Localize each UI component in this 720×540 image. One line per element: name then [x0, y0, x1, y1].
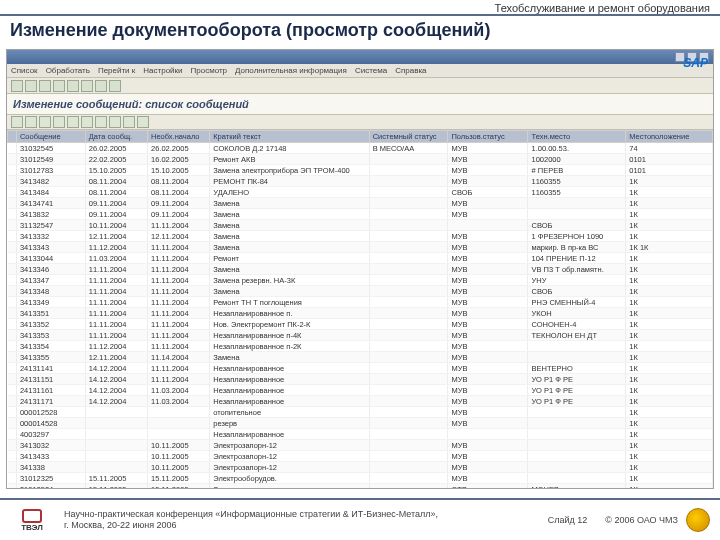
cell: МУВ	[448, 473, 528, 484]
table-row[interactable]: 341335311.11.200411.11.2004Незапланирова…	[8, 330, 713, 341]
table-row[interactable]: 3413474109.11.200409.11.2004ЗаменаМУВ1К	[8, 198, 713, 209]
table-row[interactable]: 341334611.11.200411.11.2004ЗаменаМУВVB П…	[8, 264, 713, 275]
cell	[528, 462, 626, 473]
table-row[interactable]: 341383209.11.200409.11.2004ЗаменаМУВ1К	[8, 209, 713, 220]
table-row[interactable]: 341335111.11.200411.11.2004Незапланирова…	[8, 308, 713, 319]
table-row[interactable]: 341335512.11.200411.14.2004ЗаменаМУВ1К	[8, 352, 713, 363]
tb2-more-icon[interactable]	[137, 116, 149, 128]
table-row[interactable]: 3101278315.10.200515.10.2005Замена элект…	[8, 165, 713, 176]
col-header-8[interactable]: Местоположение	[626, 131, 713, 143]
tvel-logo-text: ТВЭЛ	[21, 523, 43, 532]
table-row[interactable]: 341334911.11.200411.11.2004Ремонт ТН Т п…	[8, 297, 713, 308]
cell: 104 ПРЕНИЕ П-12	[528, 253, 626, 264]
tb-help-icon[interactable]	[109, 80, 121, 92]
cell: 15.10.2005	[148, 165, 210, 176]
cell	[528, 451, 626, 462]
menu-item-3[interactable]: Настройки	[143, 66, 182, 75]
tb2-export-icon[interactable]	[95, 116, 107, 128]
cell: 11.11.2004	[85, 319, 147, 330]
col-header-4[interactable]: Краткий текст	[210, 131, 369, 143]
cell: СВОБ	[448, 187, 528, 198]
table-row[interactable]: 3113254710.11.200411.11.2004ЗаменаСВОБ1К	[8, 220, 713, 231]
tb2-detail-icon[interactable]	[25, 116, 37, 128]
table-row[interactable]: 341334811.11.200411.11.2004ЗаменаМУВСВОБ…	[8, 286, 713, 297]
cell: 10.11.2005	[148, 440, 210, 451]
col-header-7[interactable]: Техн.место	[528, 131, 626, 143]
grid-scroll[interactable]: СообщениеДата сообщ.Необх.началоКраткий …	[7, 130, 713, 488]
menu-item-5[interactable]: Дополнительная информация	[235, 66, 347, 75]
table-row[interactable]: 2413114114.12.200411.11.2004Незапланиров…	[8, 363, 713, 374]
table-row[interactable]: 000014528резервМУВ1К	[8, 418, 713, 429]
conference-info: Научно-практическая конференция «Информа…	[64, 509, 530, 531]
table-row[interactable]: 341348208.11.200408.11.2004РЕМОНТ ПК-84М…	[8, 176, 713, 187]
table-row[interactable]: 3101232515.11.200515.11.2005Электрообору…	[8, 473, 713, 484]
tb2-select-icon[interactable]	[11, 116, 23, 128]
tb2-chart-icon[interactable]	[123, 116, 135, 128]
table-row[interactable]: 3101252415.11.200515.11.2005Элемент. заг…	[8, 484, 713, 489]
cell: Электрозапорн-12	[210, 440, 369, 451]
table-row[interactable]: 341343310.11.2005Электрозапорн-12МУВ1К	[8, 451, 713, 462]
tb2-layout-icon[interactable]	[109, 116, 121, 128]
table-row[interactable]: 341348408.11.200408.11.2004УДАЛЕНОСВОБ11…	[8, 187, 713, 198]
cell	[8, 198, 17, 209]
table-row[interactable]: 000012528отопительноеМУВ1К	[8, 407, 713, 418]
table-row[interactable]: 2413117114.12.200411.03.2004Незапланиров…	[8, 396, 713, 407]
cell	[8, 209, 17, 220]
tb2-sum-icon[interactable]	[81, 116, 93, 128]
tb-back-icon[interactable]	[11, 80, 23, 92]
cell: 3413343	[16, 242, 85, 253]
menu-item-0[interactable]: Список	[11, 66, 38, 75]
menu-item-7[interactable]: Справка	[395, 66, 426, 75]
table-row[interactable]: 341333212.11.200412.11.2004ЗаменаМУВ1 ФР…	[8, 231, 713, 242]
grid-container: СообщениеДата сообщ.Необх.началоКраткий …	[7, 130, 713, 488]
table-row[interactable]: 3101254922.02.200516.02.2005Ремонт АКВМУ…	[8, 154, 713, 165]
tb2-sort-desc-icon[interactable]	[53, 116, 65, 128]
menu-item-2[interactable]: Перейти к	[98, 66, 135, 75]
cell	[369, 231, 448, 242]
cell: 26.02.2005	[148, 143, 210, 154]
cell: 08.11.2004	[148, 187, 210, 198]
tb-cancel-icon[interactable]	[95, 80, 107, 92]
cell	[369, 418, 448, 429]
tb-print-icon[interactable]	[39, 80, 51, 92]
col-header-2[interactable]: Дата сообщ.	[85, 131, 147, 143]
table-row[interactable]: 34133810.11.2005Электрозапорн-12МУВ1К	[8, 462, 713, 473]
table-row[interactable]: 341335211.11.200411.11.2004Нов. Электрор…	[8, 319, 713, 330]
tb-find-icon[interactable]	[53, 80, 65, 92]
cell	[528, 352, 626, 363]
cell	[85, 451, 147, 462]
table-row[interactable]: 3103254526.02.200526.02.2005СОКОЛОВ Д.2 …	[8, 143, 713, 154]
cell: МУВ	[448, 341, 528, 352]
tb-refresh-icon[interactable]	[81, 80, 93, 92]
cell: МУВ	[448, 264, 528, 275]
cell: Ремонт ТН Т поглощения	[210, 297, 369, 308]
table-row[interactable]: 2413115114.12.200411.11.2004Незапланиров…	[8, 374, 713, 385]
col-header-0[interactable]	[8, 131, 17, 143]
cell: 31012325	[16, 473, 85, 484]
cell: 24131161	[16, 385, 85, 396]
cell	[8, 407, 17, 418]
table-row[interactable]: 341303210.11.2005Электрозапорн-12МУВ1К	[8, 440, 713, 451]
cell: МУВ	[448, 363, 528, 374]
cell: Замена электроприбора ЭП ТРОМ-400	[210, 165, 369, 176]
tb-save-icon[interactable]	[25, 80, 37, 92]
table-row[interactable]: 4003297Незапланированное1К	[8, 429, 713, 440]
table-row[interactable]: 341334311.12.200411.11.2004ЗаменаМУВмарк…	[8, 242, 713, 253]
cell: 11.11.2004	[148, 297, 210, 308]
menu-item-6[interactable]: Система	[355, 66, 387, 75]
table-row[interactable]: 3413304411.03.200411.11.2004РемонтМУВ104…	[8, 253, 713, 264]
tb-fwd-icon[interactable]	[67, 80, 79, 92]
col-header-1[interactable]: Сообщение	[16, 131, 85, 143]
menu-item-1[interactable]: Обработать	[46, 66, 90, 75]
col-header-6[interactable]: Пользов.статус	[448, 131, 528, 143]
tb2-filter-icon[interactable]	[67, 116, 79, 128]
cell	[528, 440, 626, 451]
tb2-sort-asc-icon[interactable]	[39, 116, 51, 128]
table-row[interactable]: 2413116114.12.200411.03.2004Незапланиров…	[8, 385, 713, 396]
menu-item-4[interactable]: Просмотр	[191, 66, 228, 75]
col-header-5[interactable]: Системный статус	[369, 131, 448, 143]
table-row[interactable]: 341334711.11.200411.11.2004Замена резерв…	[8, 275, 713, 286]
cell: маркир. В пр-ка ВС	[528, 242, 626, 253]
col-header-3[interactable]: Необх.начало	[148, 131, 210, 143]
table-row[interactable]: 341335411.12.200411.11.2004Незапланирова…	[8, 341, 713, 352]
